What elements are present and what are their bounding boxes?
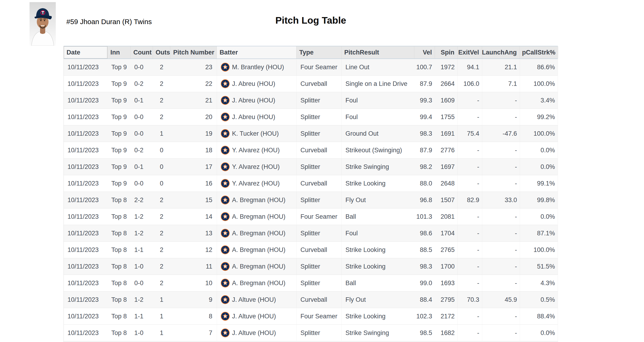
- cell-outs: 2: [153, 92, 170, 109]
- col-header-pitch_result[interactable]: PitchResult: [342, 46, 414, 58]
- astros-team-logo: [221, 245, 230, 254]
- col-header-exit_vel[interactable]: ExitVel: [458, 46, 482, 58]
- pitch-log-page: { "header": { "player_name": "#59 Jhoan …: [0, 0, 644, 342]
- cell-count: 1-0: [130, 325, 153, 341]
- cell-date: 10/11/2023: [64, 275, 108, 291]
- cell-p_call_strk: 100.0%: [520, 242, 558, 258]
- table-row: 10/11/2023Top 82-2215A. Bregman (HOU)Spl…: [64, 192, 558, 208]
- table-row: 10/11/2023Top 80-0210A. Bregman (HOU)Spl…: [64, 275, 558, 292]
- cell-p_call_strk: 87.1%: [520, 225, 558, 241]
- col-header-batter[interactable]: Batter: [217, 46, 296, 58]
- cell-p_call_strk: 99.2%: [520, 109, 558, 125]
- col-header-vel[interactable]: Vel: [414, 46, 435, 58]
- astros-team-logo: [221, 113, 230, 121]
- cell-pitch_number: 16: [170, 175, 217, 191]
- cell-spin: 2765: [435, 242, 458, 258]
- cell-type: Splitter: [296, 275, 342, 291]
- cell-spin: 1972: [435, 59, 458, 75]
- cell-outs: 2: [153, 275, 170, 291]
- cell-pitch_number: 7: [170, 325, 217, 341]
- cell-batter: Y. Alvarez (HOU): [217, 142, 296, 158]
- col-header-pitch_number[interactable]: Pitch Number: [170, 46, 217, 58]
- cell-launch_ang: -: [482, 308, 520, 325]
- cell-batter: A. Bregman (HOU): [217, 258, 296, 275]
- cell-count: 0-0: [130, 175, 153, 191]
- cell-spin: 2648: [435, 175, 458, 191]
- cell-spin: 2081: [435, 208, 458, 225]
- cell-outs: 2: [153, 192, 170, 208]
- cell-inn: Top 8: [108, 258, 130, 275]
- table-row: 10/11/2023Top 90-0119K. Tucker (HOU)Spli…: [64, 125, 558, 142]
- cell-inn: Top 8: [108, 242, 130, 258]
- cell-type: Splitter: [296, 92, 342, 109]
- cell-pitch_result: Ball: [342, 275, 414, 291]
- cell-vel: 98.6: [414, 225, 435, 241]
- col-header-date[interactable]: Date: [64, 46, 108, 58]
- cell-exit_vel: 94.1: [458, 59, 482, 75]
- col-header-spin[interactable]: Spin: [435, 46, 458, 58]
- astros-team-logo: [221, 229, 230, 238]
- col-header-count[interactable]: Count: [130, 46, 153, 58]
- cell-spin: 2172: [435, 308, 458, 325]
- cell-pitch_result: Strikeout (Swinging): [342, 142, 414, 158]
- cell-date: 10/11/2023: [64, 192, 108, 208]
- cell-pitch_result: Line Out: [342, 59, 414, 75]
- cell-pitch_number: 8: [170, 308, 217, 325]
- table-row: 10/11/2023Top 81-2214A. Bregman (HOU)Fou…: [64, 208, 558, 225]
- cell-spin: 1755: [435, 109, 458, 125]
- cell-outs: 2: [153, 225, 170, 241]
- cell-pitch_result: Ball: [342, 208, 414, 225]
- cell-spin: 1691: [435, 125, 458, 142]
- batter-name: A. Bregman (HOU): [232, 246, 286, 254]
- cell-type: Splitter: [296, 159, 342, 175]
- cell-type: Curveball: [296, 242, 342, 258]
- cell-pitch_number: 22: [170, 76, 217, 92]
- table-body: 10/11/2023Top 90-0223M. Brantley (HOU)Fo…: [64, 59, 558, 341]
- cell-pitch_number: 14: [170, 208, 217, 225]
- table-row: 10/11/2023Top 90-2018Y. Alvarez (HOU)Cur…: [64, 142, 558, 159]
- col-header-outs[interactable]: Outs: [153, 46, 170, 58]
- cell-date: 10/11/2023: [64, 308, 108, 325]
- batter-name: K. Tucker (HOU): [232, 130, 279, 137]
- cell-exit_vel: 106.0: [458, 76, 482, 92]
- cell-pitch_number: 13: [170, 225, 217, 241]
- col-header-type[interactable]: Type: [296, 46, 342, 58]
- cell-pitch_number: 15: [170, 192, 217, 208]
- cell-pitch_result: Strike Looking: [342, 258, 414, 275]
- cell-vel: 88.5: [414, 242, 435, 258]
- cell-pitch_number: 18: [170, 142, 217, 158]
- cell-inn: Top 9: [108, 125, 130, 142]
- cell-launch_ang: -: [482, 92, 520, 109]
- cell-exit_vel: 70.3: [458, 292, 482, 308]
- cell-inn: Top 9: [108, 92, 130, 109]
- table-row: 10/11/2023Top 90-1017Y. Alvarez (HOU)Spl…: [64, 159, 558, 175]
- cell-type: Curveball: [296, 175, 342, 191]
- cell-vel: 87.9: [414, 142, 435, 158]
- col-header-p_call_strk[interactable]: pCallStrk%: [520, 46, 558, 58]
- col-header-inn[interactable]: Inn: [108, 46, 130, 58]
- batter-name: J. Abreu (HOU): [232, 80, 275, 87]
- astros-team-logo: [221, 329, 230, 337]
- cell-inn: Top 9: [108, 76, 130, 92]
- cell-spin: 1507: [435, 192, 458, 208]
- cell-outs: 1: [153, 125, 170, 142]
- col-header-launch_ang[interactable]: LaunchAng: [482, 46, 520, 58]
- cell-exit_vel: -: [458, 175, 482, 191]
- cell-batter: J. Abreu (HOU): [217, 92, 296, 109]
- cell-p_call_strk: 100.0%: [520, 125, 558, 142]
- cell-vel: 102.3: [414, 308, 435, 325]
- cell-vel: 98.2: [414, 159, 435, 175]
- table-row: 10/11/2023Top 81-2213A. Bregman (HOU)Spl…: [64, 225, 558, 242]
- cell-p_call_strk: 0.5%: [520, 292, 558, 308]
- astros-team-logo: [221, 162, 230, 171]
- cell-vel: 87.9: [414, 76, 435, 92]
- table-row: 10/11/2023Top 81-017J. Altuve (HOU)Split…: [64, 325, 558, 341]
- cell-type: Splitter: [296, 325, 342, 341]
- cell-launch_ang: -: [482, 242, 520, 258]
- cell-type: Curveball: [296, 76, 342, 92]
- cell-exit_vel: 75.4: [458, 125, 482, 142]
- cell-date: 10/11/2023: [64, 242, 108, 258]
- cell-pitch_number: 23: [170, 59, 217, 75]
- cell-date: 10/11/2023: [64, 292, 108, 308]
- cell-pitch_result: Strike Looking: [342, 175, 414, 191]
